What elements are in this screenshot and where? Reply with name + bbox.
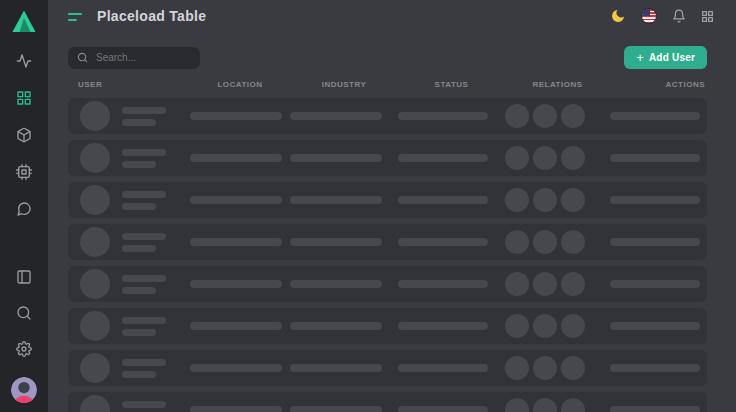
placeholder-bar: [398, 238, 488, 246]
placeholder-action-bar: [610, 154, 700, 162]
placeholder-line: [122, 203, 156, 210]
cell-relations: [505, 398, 610, 412]
cell-user: [68, 143, 190, 173]
placeholder-relation-circle: [505, 230, 529, 254]
placeholder-bar: [190, 364, 282, 372]
table-row: [68, 392, 707, 412]
cell-status: [398, 406, 505, 412]
placeholder-avatar: [80, 227, 110, 257]
placeholder-relation-circle: [533, 356, 557, 380]
placeholder-bar: [190, 406, 282, 412]
placeholder-line: [122, 275, 166, 282]
placeholder-relation-circle: [533, 188, 557, 212]
placeholder-line: [122, 245, 156, 252]
cell-actions: [610, 238, 708, 246]
sidebar-panel-icon[interactable]: [16, 269, 32, 285]
cell-status: [398, 364, 505, 372]
user-avatar[interactable]: [11, 377, 37, 403]
add-user-label: Add User: [649, 52, 695, 63]
moon-icon[interactable]: [610, 8, 626, 24]
placeholder-line: [122, 107, 166, 114]
placeholder-relation-circle: [561, 230, 585, 254]
cell-user: [68, 185, 190, 215]
add-user-button[interactable]: + Add User: [624, 46, 707, 69]
cell-actions: [610, 112, 708, 120]
sidebar: [0, 0, 48, 412]
placeholder-bar: [190, 322, 282, 330]
cell-industry: [290, 322, 398, 330]
placeholder-name-lines: [122, 191, 166, 210]
placeholder-name-lines: [122, 149, 166, 168]
chat-bubble-icon[interactable]: [16, 201, 32, 217]
placeholder-relation-circle: [561, 272, 585, 296]
cell-relations: [505, 188, 610, 212]
placeholder-name-lines: [122, 107, 166, 126]
table-row: [68, 350, 707, 386]
toolbar: + Add User: [48, 32, 736, 69]
cell-user: [68, 227, 190, 257]
cell-user: [68, 311, 190, 341]
placeholder-action-bar: [610, 280, 700, 288]
placeholder-name-lines: [122, 317, 166, 336]
placeholder-bar: [398, 112, 488, 120]
placeholder-avatar: [80, 395, 110, 412]
placeholder-line: [122, 329, 156, 336]
topbar-right: [610, 8, 714, 24]
activity-icon[interactable]: [16, 53, 32, 69]
cell-industry: [290, 154, 398, 162]
placeholder-action-bar: [610, 322, 700, 330]
column-header-relations: RELATIONS: [505, 80, 610, 89]
placeholder-bar: [290, 322, 382, 330]
placeholder-relation-circle: [505, 146, 529, 170]
placeholder-bar: [290, 280, 382, 288]
placeholder-relation-circle: [533, 272, 557, 296]
placeholder-line: [122, 149, 166, 156]
apps-grid-icon[interactable]: [701, 10, 714, 23]
placeholder-line: [122, 119, 156, 126]
us-flag-icon[interactable]: [641, 8, 657, 24]
placeholder-avatar: [80, 311, 110, 341]
placeholder-relation-circle: [505, 398, 529, 412]
cell-relations: [505, 314, 610, 338]
search-icon[interactable]: [16, 305, 32, 321]
search-input[interactable]: [94, 51, 191, 64]
placeholder-line: [122, 401, 166, 408]
app-logo-icon[interactable]: [11, 9, 37, 33]
cell-relations: [505, 104, 610, 128]
placeholder-relation-circle: [505, 188, 529, 212]
cell-location: [190, 112, 290, 120]
cpu-icon[interactable]: [16, 164, 32, 180]
cell-actions: [610, 406, 708, 412]
placeholder-relation-circle: [561, 356, 585, 380]
grid-icon[interactable]: [16, 90, 32, 106]
placeholder-bar: [190, 280, 282, 288]
cell-location: [190, 238, 290, 246]
placeholder-name-lines: [122, 233, 166, 252]
cell-status: [398, 112, 505, 120]
placeholder-relation-circle: [561, 398, 585, 412]
cell-location: [190, 280, 290, 288]
placeholder-bar: [398, 196, 488, 204]
bell-icon[interactable]: [672, 9, 686, 23]
cell-location: [190, 196, 290, 204]
cell-status: [398, 196, 505, 204]
cell-relations: [505, 272, 610, 296]
placeholder-action-bar: [610, 196, 700, 204]
placeholder-name-lines: [122, 401, 166, 412]
placeholder-line: [122, 371, 156, 378]
placeholder-relation-circle: [533, 230, 557, 254]
placeholder-bar: [190, 196, 282, 204]
placeholder-action-bar: [610, 406, 700, 412]
cube-icon[interactable]: [16, 127, 32, 143]
placeholder-bar: [398, 280, 488, 288]
gear-icon[interactable]: [16, 341, 32, 357]
placeholder-relation-circle: [561, 188, 585, 212]
placeholder-bar: [398, 322, 488, 330]
placeholder-relation-circle: [533, 398, 557, 412]
cell-actions: [610, 364, 708, 372]
placeholder-action-bar: [610, 364, 700, 372]
cell-user: [68, 101, 190, 131]
cell-industry: [290, 364, 398, 372]
menu-toggle-icon[interactable]: [68, 11, 82, 21]
search-icon: [77, 52, 88, 63]
